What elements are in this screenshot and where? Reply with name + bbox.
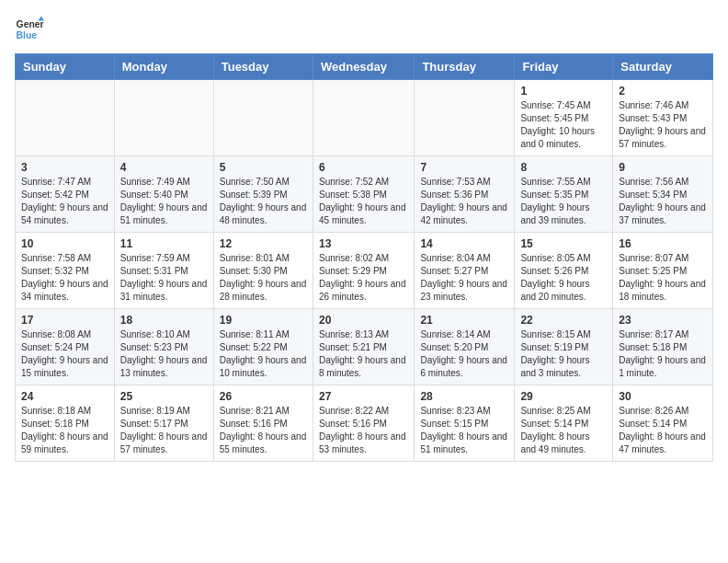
day-info: Sunrise: 8:04 AM Sunset: 5:27 PM Dayligh…: [420, 252, 508, 304]
day-info: Sunrise: 8:21 AM Sunset: 5:16 PM Dayligh…: [220, 405, 307, 456]
day-number: 12: [220, 237, 307, 250]
calendar-cell: [213, 80, 313, 156]
day-number: 13: [319, 237, 408, 250]
page-header: General Blue: [15, 15, 713, 44]
day-number: 11: [120, 237, 208, 250]
calendar-cell: 7Sunrise: 7:53 AM Sunset: 5:36 PM Daylig…: [415, 156, 515, 233]
day-info: Sunrise: 8:13 AM Sunset: 5:21 PM Dayligh…: [319, 328, 408, 380]
day-number: 7: [420, 161, 508, 174]
calendar-cell: 22Sunrise: 8:15 AM Sunset: 5:19 PM Dayli…: [515, 309, 613, 385]
day-info: Sunrise: 7:50 AM Sunset: 5:39 PM Dayligh…: [220, 176, 307, 227]
day-info: Sunrise: 8:22 AM Sunset: 5:16 PM Dayligh…: [319, 405, 408, 456]
calendar-cell: 9Sunrise: 7:56 AM Sunset: 5:34 PM Daylig…: [613, 156, 713, 233]
weekday-header-saturday: Saturday: [613, 54, 713, 80]
day-info: Sunrise: 8:15 AM Sunset: 5:19 PM Dayligh…: [520, 328, 607, 380]
calendar-cell: 25Sunrise: 8:19 AM Sunset: 5:17 PM Dayli…: [114, 385, 213, 462]
day-info: Sunrise: 8:07 AM Sunset: 5:25 PM Dayligh…: [619, 252, 707, 304]
calendar-cell: 12Sunrise: 8:01 AM Sunset: 5:30 PM Dayli…: [213, 233, 313, 309]
day-number: 6: [319, 161, 408, 174]
calendar-cell: 13Sunrise: 8:02 AM Sunset: 5:29 PM Dayli…: [313, 233, 414, 309]
week-row-4: 17Sunrise: 8:08 AM Sunset: 5:24 PM Dayli…: [16, 309, 713, 385]
calendar-cell: 2Sunrise: 7:46 AM Sunset: 5:43 PM Daylig…: [613, 80, 713, 156]
day-number: 15: [520, 237, 607, 250]
weekday-header-monday: Monday: [114, 54, 213, 80]
day-number: 5: [220, 161, 307, 174]
week-row-1: 1Sunrise: 7:45 AM Sunset: 5:45 PM Daylig…: [16, 80, 713, 156]
calendar-cell: [114, 80, 213, 156]
day-number: 26: [220, 390, 307, 403]
day-number: 3: [21, 161, 108, 174]
day-number: 16: [619, 237, 707, 250]
day-number: 10: [21, 237, 108, 250]
logo: General Blue: [15, 15, 48, 44]
calendar-cell: 6Sunrise: 7:52 AM Sunset: 5:38 PM Daylig…: [313, 156, 414, 233]
day-number: 27: [319, 390, 408, 403]
day-info: Sunrise: 8:14 AM Sunset: 5:20 PM Dayligh…: [420, 328, 508, 380]
calendar-cell: 5Sunrise: 7:50 AM Sunset: 5:39 PM Daylig…: [213, 156, 313, 233]
svg-text:General: General: [17, 19, 44, 29]
day-number: 19: [220, 314, 307, 327]
calendar-cell: 1Sunrise: 7:45 AM Sunset: 5:45 PM Daylig…: [515, 80, 613, 156]
day-info: Sunrise: 8:10 AM Sunset: 5:23 PM Dayligh…: [120, 328, 208, 380]
day-number: 21: [420, 314, 508, 327]
day-number: 2: [619, 85, 707, 98]
day-info: Sunrise: 8:26 AM Sunset: 5:14 PM Dayligh…: [619, 405, 707, 456]
day-number: 17: [21, 314, 108, 327]
day-number: 28: [420, 390, 508, 403]
calendar-cell: 17Sunrise: 8:08 AM Sunset: 5:24 PM Dayli…: [16, 309, 115, 385]
day-info: Sunrise: 7:52 AM Sunset: 5:38 PM Dayligh…: [319, 176, 408, 227]
week-row-2: 3Sunrise: 7:47 AM Sunset: 5:42 PM Daylig…: [16, 156, 713, 233]
calendar-cell: 20Sunrise: 8:13 AM Sunset: 5:21 PM Dayli…: [313, 309, 414, 385]
calendar-cell: 15Sunrise: 8:05 AM Sunset: 5:26 PM Dayli…: [515, 233, 613, 309]
day-info: Sunrise: 7:46 AM Sunset: 5:43 PM Dayligh…: [619, 99, 707, 151]
calendar-cell: 18Sunrise: 8:10 AM Sunset: 5:23 PM Dayli…: [114, 309, 213, 385]
calendar-cell: [313, 80, 414, 156]
day-number: 30: [619, 390, 707, 403]
calendar-cell: 27Sunrise: 8:22 AM Sunset: 5:16 PM Dayli…: [313, 385, 414, 462]
day-info: Sunrise: 8:02 AM Sunset: 5:29 PM Dayligh…: [319, 252, 408, 304]
day-info: Sunrise: 8:08 AM Sunset: 5:24 PM Dayligh…: [21, 328, 108, 380]
logo-icon: General Blue: [15, 15, 44, 44]
calendar-cell: 23Sunrise: 8:17 AM Sunset: 5:18 PM Dayli…: [613, 309, 713, 385]
day-info: Sunrise: 7:59 AM Sunset: 5:31 PM Dayligh…: [120, 252, 208, 304]
calendar-cell: 30Sunrise: 8:26 AM Sunset: 5:14 PM Dayli…: [613, 385, 713, 462]
day-info: Sunrise: 7:47 AM Sunset: 5:42 PM Dayligh…: [21, 176, 108, 227]
day-number: 18: [120, 314, 208, 327]
weekday-header-friday: Friday: [515, 54, 613, 80]
svg-text:Blue: Blue: [17, 30, 38, 40]
calendar-cell: 16Sunrise: 8:07 AM Sunset: 5:25 PM Dayli…: [613, 233, 713, 309]
weekday-header-sunday: Sunday: [16, 54, 115, 80]
calendar-cell: 8Sunrise: 7:55 AM Sunset: 5:35 PM Daylig…: [515, 156, 613, 233]
day-info: Sunrise: 7:49 AM Sunset: 5:40 PM Dayligh…: [120, 176, 208, 227]
calendar-cell: 4Sunrise: 7:49 AM Sunset: 5:40 PM Daylig…: [114, 156, 213, 233]
day-info: Sunrise: 7:55 AM Sunset: 5:35 PM Dayligh…: [520, 176, 607, 227]
day-number: 25: [120, 390, 208, 403]
day-info: Sunrise: 8:01 AM Sunset: 5:30 PM Dayligh…: [220, 252, 307, 304]
calendar-cell: [16, 80, 115, 156]
calendar-table: SundayMondayTuesdayWednesdayThursdayFrid…: [15, 53, 713, 462]
calendar-cell: 24Sunrise: 8:18 AM Sunset: 5:18 PM Dayli…: [16, 385, 115, 462]
day-info: Sunrise: 8:23 AM Sunset: 5:15 PM Dayligh…: [420, 405, 508, 456]
day-number: 4: [120, 161, 208, 174]
day-number: 22: [520, 314, 607, 327]
weekday-header-wednesday: Wednesday: [313, 54, 414, 80]
day-info: Sunrise: 8:05 AM Sunset: 5:26 PM Dayligh…: [520, 252, 607, 304]
day-number: 20: [319, 314, 408, 327]
weekday-header-thursday: Thursday: [415, 54, 515, 80]
weekday-header-tuesday: Tuesday: [213, 54, 313, 80]
day-info: Sunrise: 8:25 AM Sunset: 5:14 PM Dayligh…: [520, 405, 607, 456]
week-row-3: 10Sunrise: 7:58 AM Sunset: 5:32 PM Dayli…: [16, 233, 713, 309]
day-info: Sunrise: 8:17 AM Sunset: 5:18 PM Dayligh…: [619, 328, 707, 380]
calendar-cell: 29Sunrise: 8:25 AM Sunset: 5:14 PM Dayli…: [515, 385, 613, 462]
day-info: Sunrise: 7:45 AM Sunset: 5:45 PM Dayligh…: [520, 99, 607, 151]
calendar-cell: 28Sunrise: 8:23 AM Sunset: 5:15 PM Dayli…: [415, 385, 515, 462]
day-number: 8: [520, 161, 607, 174]
day-info: Sunrise: 7:58 AM Sunset: 5:32 PM Dayligh…: [21, 252, 108, 304]
day-info: Sunrise: 8:18 AM Sunset: 5:18 PM Dayligh…: [21, 405, 108, 456]
day-number: 23: [619, 314, 707, 327]
calendar-cell: [415, 80, 515, 156]
day-number: 1: [520, 85, 607, 98]
calendar-cell: 11Sunrise: 7:59 AM Sunset: 5:31 PM Dayli…: [114, 233, 213, 309]
day-info: Sunrise: 7:56 AM Sunset: 5:34 PM Dayligh…: [619, 176, 707, 227]
day-info: Sunrise: 8:19 AM Sunset: 5:17 PM Dayligh…: [120, 405, 208, 456]
